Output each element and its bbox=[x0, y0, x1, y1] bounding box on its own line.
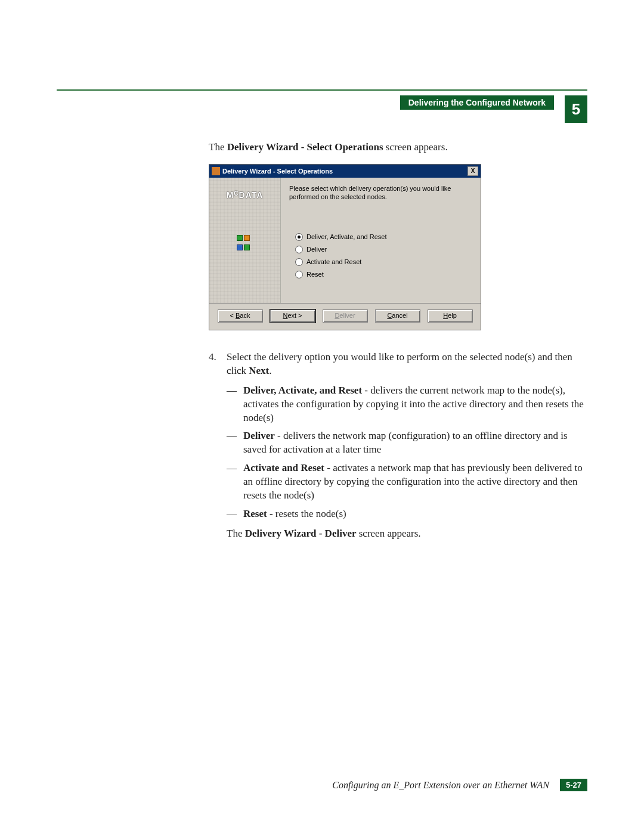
intro-suffix: screen appears. bbox=[383, 141, 448, 153]
step-text: Select the delivery option you would lik… bbox=[227, 351, 587, 541]
page-footer: Configuring an E_Port Extension over an … bbox=[332, 779, 587, 791]
step-text-b: . bbox=[269, 365, 271, 376]
dialog-titlebar: Delivery Wizard - Select Operations X bbox=[209, 165, 481, 178]
step-number: 4. bbox=[209, 351, 221, 541]
radio-deliver[interactable]: Deliver bbox=[295, 245, 472, 254]
header-row: Delivering the Configured Network 5 bbox=[57, 95, 587, 123]
bullet-bold: Activate and Reset bbox=[243, 462, 324, 473]
bullet-rest: - resets the node(s) bbox=[267, 508, 346, 519]
radio-activate-reset[interactable]: Activate and Reset bbox=[295, 258, 472, 267]
header-rule bbox=[57, 89, 587, 91]
bullet-bold: Reset bbox=[243, 508, 267, 519]
radio-label: Deliver, Activate, and Reset bbox=[306, 233, 387, 241]
radio-icon bbox=[295, 258, 303, 266]
outro-prefix: The bbox=[227, 528, 245, 539]
bullet-item: — Deliver - delivers the network map (co… bbox=[227, 429, 587, 457]
radio-icon bbox=[295, 233, 303, 241]
bullet-dash: — bbox=[227, 384, 243, 425]
bullet-item: — Deliver, Activate, and Reset - deliver… bbox=[227, 384, 587, 425]
bullet-item: — Activate and Reset - activates a netwo… bbox=[227, 462, 587, 503]
bullet-bold: Deliver, Activate, and Reset bbox=[243, 385, 362, 396]
footer-title: Configuring an E_Port Extension over an … bbox=[332, 780, 549, 791]
step-bold: Next bbox=[249, 365, 269, 376]
step-4: 4. Select the delivery option you would … bbox=[209, 351, 587, 541]
radio-deliver-activate-reset[interactable]: Deliver, Activate, and Reset bbox=[295, 233, 472, 241]
brand-post: DATA bbox=[239, 190, 264, 200]
cancel-button[interactable]: Cancel bbox=[375, 309, 420, 323]
bullet-dash: — bbox=[227, 429, 243, 457]
dialog-right-panel: Please select which delivery operation(s… bbox=[281, 178, 481, 303]
radio-label: Activate and Reset bbox=[306, 258, 361, 267]
intro-bold: Delivery Wizard - Select Operations bbox=[227, 141, 383, 153]
page-content: The Delivery Wizard - Select Operations … bbox=[209, 141, 587, 541]
help-button[interactable]: Help bbox=[428, 309, 473, 323]
intro-line: The Delivery Wizard - Select Operations … bbox=[209, 141, 587, 154]
dialog-button-row: < Back Next > Deliver Cancel Help bbox=[209, 304, 481, 330]
section-title-pill: Delivering the Configured Network bbox=[400, 95, 554, 110]
bullet-rest: - delivers the network map (configuratio… bbox=[243, 430, 568, 455]
close-button[interactable]: X bbox=[467, 166, 478, 176]
dialog-prompt: Please select which delivery operation(s… bbox=[289, 185, 472, 202]
radio-icon bbox=[295, 246, 303, 253]
radio-reset[interactable]: Reset bbox=[295, 270, 472, 279]
next-button[interactable]: Next > bbox=[270, 309, 315, 323]
dialog-app-icon bbox=[212, 167, 220, 175]
brand-sup: C bbox=[234, 190, 239, 197]
back-button[interactable]: < Back bbox=[218, 309, 263, 323]
outro-suffix: screen appears. bbox=[356, 528, 420, 539]
bullet-dash: — bbox=[227, 462, 243, 503]
intro-prefix: The bbox=[209, 141, 227, 153]
radio-icon bbox=[295, 271, 303, 278]
bullet-item: — Reset - resets the node(s) bbox=[227, 507, 587, 521]
deliver-button[interactable]: Deliver bbox=[323, 309, 368, 323]
bullet-list: — Deliver, Activate, and Reset - deliver… bbox=[227, 384, 587, 521]
dialog-title-text: Delivery Wizard - Select Operations bbox=[222, 167, 333, 176]
brand-pre: M bbox=[227, 190, 234, 200]
outro-line: The Delivery Wizard - Deliver screen app… bbox=[227, 527, 587, 541]
bullet-bold: Deliver bbox=[243, 430, 275, 441]
bullet-dash: — bbox=[227, 507, 243, 521]
dialog-left-panel: MCDATA bbox=[209, 178, 281, 303]
page-number: 5-27 bbox=[560, 779, 587, 791]
step-text-a: Select the delivery option you would lik… bbox=[227, 351, 572, 376]
brand-logo: MCDATA bbox=[227, 190, 264, 201]
radio-label: Reset bbox=[306, 270, 324, 279]
delivery-wizard-dialog: Delivery Wizard - Select Operations X MC… bbox=[209, 164, 481, 330]
outro-bold: Delivery Wizard - Deliver bbox=[245, 528, 357, 539]
chapter-badge: 5 bbox=[565, 95, 587, 123]
nodes-icon bbox=[236, 234, 254, 249]
radio-label: Deliver bbox=[306, 245, 327, 254]
